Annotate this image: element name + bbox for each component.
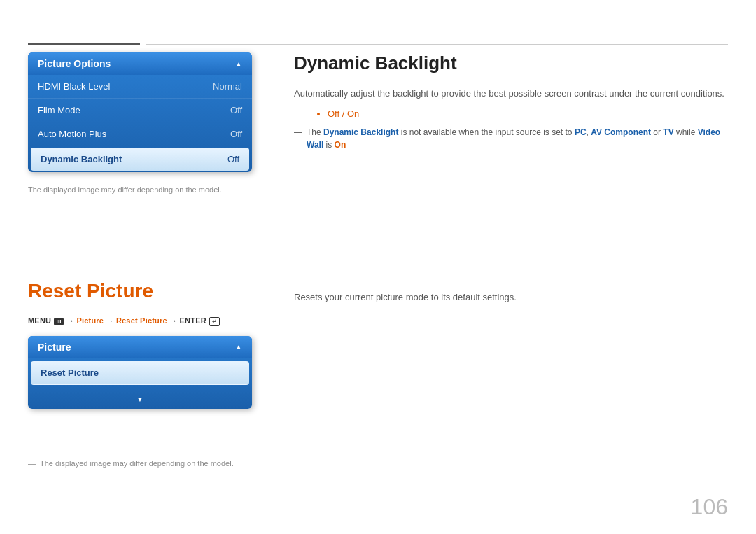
- bottom-divider: [28, 454, 168, 454]
- note-on: On: [335, 140, 346, 150]
- picture-options-menu: Picture Options ▲ HDMI Black Level Norma…: [28, 52, 252, 172]
- menu-item-auto-motion[interactable]: Auto Motion Plus Off: [28, 122, 252, 146]
- menu-path-picture: Picture: [76, 316, 104, 325]
- picture-menu: Picture ▲ Reset Picture ▼: [28, 336, 252, 409]
- menu-item-dynamic-backlight[interactable]: Dynamic Backlight Off: [31, 148, 249, 171]
- bottom-disclaimer: ― The displayed image may differ dependi…: [28, 459, 234, 468]
- note-is: is: [323, 140, 334, 150]
- menu-item-film[interactable]: Film Mode Off: [28, 99, 252, 122]
- picture-menu-title: Picture: [38, 342, 71, 353]
- note-item: ― The Dynamic Backlight is not available…: [294, 126, 728, 151]
- top-divider: [28, 43, 728, 45]
- menu-path-arrow3: →: [169, 316, 179, 325]
- top-disclaimer: The displayed image may differ depending…: [28, 185, 252, 195]
- note-while: while: [674, 127, 698, 137]
- menu-path-enter: ENTER: [180, 316, 206, 325]
- menu-path-arrow1: →: [66, 316, 76, 325]
- menu-path: MENU III → Picture → Reset Picture → ENT…: [28, 316, 252, 326]
- menu-path-menu: MENU: [28, 316, 53, 325]
- bottom-disclaimer-text: The displayed image may differ depending…: [40, 459, 234, 468]
- enter-icon: ↵: [209, 317, 220, 326]
- note-tv: TV: [663, 127, 673, 137]
- reset-section-left: Reset Picture MENU III → Picture → Reset…: [28, 280, 252, 409]
- menu-item-hdmi[interactable]: HDMI Black Level Normal: [28, 75, 252, 99]
- left-column-top: Picture Options ▲ HDMI Black Level Norma…: [28, 52, 252, 195]
- dynamic-backlight-desc: Automatically adjust the backlight to pr…: [294, 87, 728, 101]
- menu-item-label-auto: Auto Motion Plus: [38, 129, 106, 139]
- menu-item-label-hdmi: HDMI Black Level: [38, 81, 110, 92]
- menu-path-arrow2: →: [106, 316, 115, 325]
- menu-path-reset: Reset Picture: [116, 316, 167, 325]
- divider-light: [146, 44, 728, 45]
- reset-desc: Resets your current picture mode to its …: [294, 290, 728, 305]
- menu-header: Picture Options ▲: [28, 52, 252, 75]
- menu-item-reset-picture[interactable]: Reset Picture: [31, 361, 249, 385]
- menu-item-value-auto: Off: [230, 129, 242, 139]
- menu-title: Picture Options: [38, 58, 111, 69]
- picture-menu-header: Picture ▲: [28, 336, 252, 358]
- menu-item-value-film: Off: [230, 105, 242, 115]
- arrow-up-icon-2: ▲: [235, 343, 242, 351]
- divider-dark: [28, 43, 140, 45]
- right-column-top: Dynamic Backlight Automatically adjust t…: [294, 52, 728, 151]
- menu-item-label-dynamic: Dynamic Backlight: [41, 154, 122, 164]
- menu-item-label-film: Film Mode: [38, 105, 80, 115]
- note-pc: PC: [575, 127, 587, 137]
- menu-item-value-hdmi: Normal: [213, 81, 242, 92]
- menu-item-value-dynamic: Off: [227, 154, 239, 164]
- note-dynamic-backlight: Dynamic Backlight: [323, 127, 398, 137]
- page-container: Picture Options ▲ HDMI Black Level Norma…: [0, 0, 756, 534]
- note-dash: ―: [294, 126, 302, 139]
- note-or: or: [651, 127, 663, 137]
- note-text: The Dynamic Backlight is not available w…: [307, 126, 728, 151]
- arrow-up-icon: ▲: [235, 60, 242, 68]
- reset-picture-label: Reset Picture: [41, 367, 99, 378]
- menu-icon: III: [54, 318, 63, 325]
- reset-picture-title: Reset Picture: [28, 280, 252, 302]
- reset-section-right: Resets your current picture mode to its …: [294, 290, 728, 305]
- bullet-off-on: Off / On: [328, 108, 728, 119]
- note-prefix: The: [307, 127, 323, 137]
- page-number: 106: [691, 494, 728, 520]
- arrow-down-icon: ▼: [136, 395, 144, 403]
- dynamic-backlight-title: Dynamic Backlight: [294, 52, 728, 74]
- note-middle: is not available when the input source i…: [398, 127, 574, 137]
- note-av: AV Component: [591, 127, 651, 137]
